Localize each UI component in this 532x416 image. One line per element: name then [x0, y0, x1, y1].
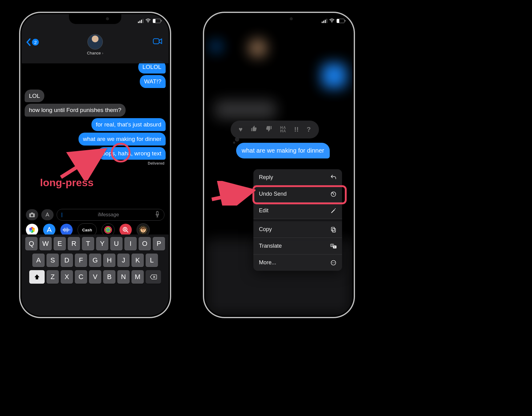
key-c[interactable]: C — [75, 270, 87, 284]
menu-translate[interactable]: Translate 文 — [253, 238, 342, 254]
svg-point-28 — [333, 262, 334, 263]
photos-app-button[interactable] — [26, 224, 38, 236]
svg-point-16 — [142, 229, 143, 230]
menu-copy[interactable]: Copy — [253, 219, 342, 238]
key-v[interactable]: V — [89, 270, 101, 284]
iphone-device-left: 2 Chance LOLOL WAT!? LOL how long until … — [22, 14, 169, 316]
translate-icon: 文 — [330, 243, 337, 249]
delivered-label: Delivered — [25, 161, 164, 166]
key-n[interactable]: N — [117, 270, 130, 284]
key-i[interactable]: I — [124, 237, 137, 250]
key-j[interactable]: J — [117, 254, 130, 267]
key-t[interactable]: T — [82, 237, 94, 250]
message-input[interactable]: |iMessage — [57, 209, 164, 221]
key-f[interactable]: F — [75, 254, 87, 267]
key-b[interactable]: B — [103, 270, 115, 284]
keyboard-row-2: A S D F G H J K L — [23, 254, 167, 267]
apps-button[interactable] — [41, 209, 54, 220]
compose-bar: |iMessage — [22, 207, 169, 223]
pencil-icon — [330, 208, 337, 214]
svg-point-27 — [332, 262, 333, 263]
svg-point-0 — [148, 22, 148, 22]
svg-point-12 — [107, 229, 109, 231]
key-u[interactable]: U — [110, 237, 123, 250]
shift-key[interactable] — [29, 270, 45, 284]
key-m[interactable]: M — [131, 270, 144, 284]
svg-point-13 — [123, 227, 127, 231]
svg-point-2 — [31, 214, 33, 216]
message-in[interactable]: LOL — [25, 90, 44, 102]
menu-undo-send[interactable]: Undo Send — [253, 186, 342, 202]
message-out[interactable]: for real, that's just absurd — [91, 118, 166, 131]
camera-button[interactable] — [26, 209, 38, 220]
iphone-device-right: ♥ HAHA !! ? what are we making for dinne… — [205, 14, 353, 316]
key-h[interactable]: H — [103, 254, 115, 267]
key-k[interactable]: K — [131, 254, 144, 267]
contact-avatar — [87, 34, 103, 50]
menu-reply[interactable]: Reply — [253, 169, 342, 186]
key-r[interactable]: R — [68, 237, 80, 250]
keyboard-row-3: Z X C V B N M — [23, 270, 167, 284]
tapback-bar[interactable]: ♥ HAHA !! ? — [231, 121, 319, 138]
key-s[interactable]: S — [46, 254, 59, 267]
more-icon — [330, 260, 337, 266]
key-d[interactable]: D — [61, 254, 73, 267]
tapback-tail — [233, 142, 235, 144]
back-button[interactable]: 2 — [26, 38, 39, 46]
wifi-icon — [145, 18, 151, 24]
tapback-question-icon[interactable]: ? — [307, 126, 311, 134]
svg-point-17 — [144, 229, 145, 230]
facetime-button[interactable] — [153, 38, 163, 46]
tapback-haha-icon[interactable]: HAHA — [280, 126, 286, 133]
key-o[interactable]: O — [139, 237, 151, 250]
undo-icon — [330, 191, 337, 197]
svg-point-9 — [29, 228, 32, 230]
svg-rect-22 — [331, 227, 334, 231]
message-in[interactable]: how long until Ford punishes them? — [25, 104, 126, 117]
delete-key[interactable] — [146, 270, 161, 284]
dictation-button[interactable] — [155, 211, 160, 219]
key-w[interactable]: W — [39, 237, 52, 250]
message-out[interactable]: WAT!? — [140, 75, 166, 88]
audio-app-button[interactable] — [60, 224, 73, 236]
message-out[interactable]: oops, haha, wrong text — [98, 147, 166, 160]
keyboard-row-1: Q W E R T Y U I O P — [23, 237, 167, 250]
key-e[interactable]: E — [54, 237, 66, 250]
svg-point-19 — [332, 22, 332, 22]
key-p[interactable]: P — [153, 237, 165, 250]
wifi-icon — [329, 18, 335, 24]
tapback-thumbsdown-icon[interactable] — [265, 125, 272, 134]
menu-more[interactable]: More... — [253, 254, 342, 271]
appstore-app-button[interactable] — [43, 224, 55, 236]
message-out[interactable]: what are we making for dinner — [79, 133, 166, 146]
copy-icon — [330, 226, 337, 233]
svg-rect-3 — [156, 211, 158, 215]
svg-point-29 — [334, 262, 335, 263]
hashtag-app-button[interactable] — [119, 224, 132, 236]
tapback-heart-icon[interactable]: ♥ — [239, 126, 243, 134]
selected-message[interactable]: what are we making for dinner — [236, 143, 330, 158]
key-y[interactable]: Y — [96, 237, 108, 250]
cellular-signal-icon — [322, 19, 327, 23]
svg-rect-21 — [332, 228, 336, 232]
key-z[interactable]: Z — [46, 270, 59, 284]
device-notch — [253, 14, 305, 24]
battery-icon — [153, 19, 161, 23]
key-g[interactable]: G — [89, 254, 101, 267]
battery-icon — [337, 19, 345, 23]
key-l[interactable]: L — [146, 254, 158, 267]
tapback-thumbsup-icon[interactable] — [251, 125, 257, 134]
reply-icon — [330, 174, 337, 181]
key-a[interactable]: A — [32, 254, 45, 267]
message-thread[interactable]: LOLOL WAT!? LOL how long until Ford puni… — [22, 57, 169, 205]
contact-chip[interactable]: Chance — [87, 34, 103, 55]
cellular-signal-icon — [138, 19, 143, 23]
svg-point-11 — [106, 228, 110, 232]
svg-rect-1 — [153, 39, 159, 44]
key-x[interactable]: X — [61, 270, 73, 284]
keyboard[interactable]: Q W E R T Y U I O P A S D F G H J K L — [22, 234, 169, 316]
contact-name: Chance — [87, 51, 103, 55]
menu-edit[interactable]: Edit — [253, 202, 342, 219]
tapback-exclaim-icon[interactable]: !! — [294, 126, 299, 134]
key-q[interactable]: Q — [25, 237, 38, 250]
